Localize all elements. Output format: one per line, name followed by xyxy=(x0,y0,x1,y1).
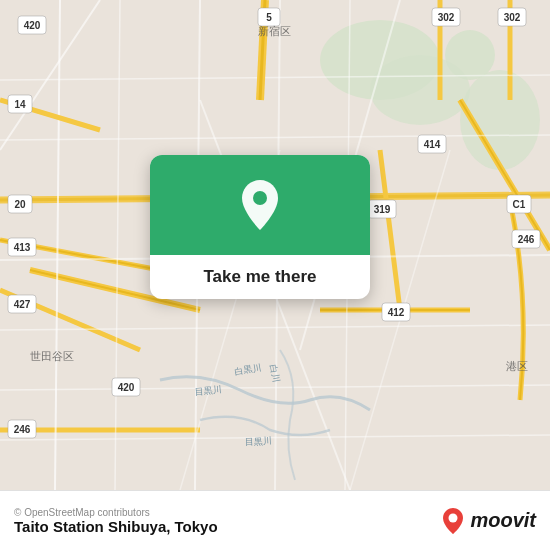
svg-text:302: 302 xyxy=(504,12,521,23)
svg-point-78 xyxy=(449,513,458,522)
moovit-brand-text: moovit xyxy=(470,509,536,532)
map-container: 420 302 302 5 14 20 413 427 420 246 246 xyxy=(0,0,550,490)
svg-text:420: 420 xyxy=(118,382,135,393)
take-me-there-button[interactable]: Take me there xyxy=(187,255,332,299)
svg-text:C1: C1 xyxy=(513,199,526,210)
bottom-bar: © OpenStreetMap contributors Taito Stati… xyxy=(0,490,550,550)
svg-text:302: 302 xyxy=(438,12,455,23)
svg-text:412: 412 xyxy=(388,307,405,318)
svg-text:420: 420 xyxy=(24,20,41,31)
moovit-pin-icon xyxy=(440,507,466,535)
svg-text:246: 246 xyxy=(518,234,535,245)
svg-text:246: 246 xyxy=(14,424,31,435)
svg-text:14: 14 xyxy=(14,99,26,110)
location-name: Taito Station Shibuya, Tokyo xyxy=(14,518,218,535)
svg-text:港区: 港区 xyxy=(506,360,528,372)
svg-text:世田谷区: 世田谷区 xyxy=(30,350,74,362)
svg-text:427: 427 xyxy=(14,299,31,310)
svg-text:414: 414 xyxy=(424,139,441,150)
svg-point-77 xyxy=(253,191,267,205)
svg-text:20: 20 xyxy=(14,199,26,210)
moovit-logo: moovit xyxy=(440,507,536,535)
svg-text:319: 319 xyxy=(374,204,391,215)
svg-text:目黒川: 目黒川 xyxy=(245,436,272,447)
bottom-left-info: © OpenStreetMap contributors Taito Stati… xyxy=(14,507,218,535)
svg-text:新宿区: 新宿区 xyxy=(258,25,291,37)
card-green-section xyxy=(150,155,370,255)
svg-text:5: 5 xyxy=(266,12,272,23)
svg-text:413: 413 xyxy=(14,242,31,253)
map-attribution: © OpenStreetMap contributors xyxy=(14,507,218,518)
take-me-there-card[interactable]: Take me there xyxy=(150,155,370,299)
location-pin-icon xyxy=(236,178,284,232)
